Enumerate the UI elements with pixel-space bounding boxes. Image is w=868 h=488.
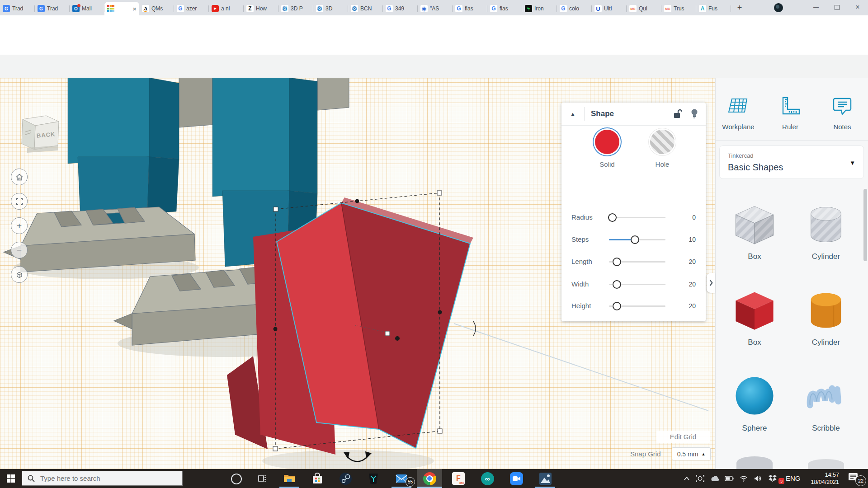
browser-tab[interactable]: Gcolo (557, 2, 592, 15)
partial-shape-thumb[interactable] (736, 456, 773, 469)
tab-close-icon[interactable]: × (132, 5, 137, 12)
zoom-out-button[interactable]: − (11, 242, 28, 258)
edge-handle[interactable] (438, 310, 442, 314)
predator-button[interactable] (366, 471, 381, 486)
onedrive-icon[interactable] (710, 474, 720, 483)
file-explorer-button[interactable] (282, 471, 297, 486)
browser-tab[interactable]: MGQul (627, 2, 661, 15)
material-solid-option[interactable]: Solid (588, 130, 627, 168)
home-view-button[interactable] (11, 169, 28, 185)
browser-tab[interactable]: UUlti (592, 2, 627, 15)
radius-slider[interactable] (609, 217, 665, 218)
browser-tab[interactable]: ϟIron (522, 2, 557, 15)
scale-handle[interactable] (437, 191, 442, 195)
fit-view-button[interactable] (11, 193, 28, 210)
slider-knob[interactable] (613, 258, 621, 266)
collapse-panel-button[interactable]: ▲ (561, 111, 584, 117)
center-dot-handle[interactable] (395, 336, 400, 341)
robot-foot-left[interactable] (4, 207, 195, 272)
microsoft-store-button[interactable] (310, 471, 325, 486)
shape-sphere[interactable]: Sphere (727, 372, 782, 433)
browser-tab[interactable]: GTrad (0, 2, 35, 15)
fusion360-button[interactable]: F360 (451, 471, 466, 486)
browser-tab[interactable]: GTrad (35, 2, 70, 15)
notes-tool[interactable]: Notes (817, 96, 867, 131)
shape-library-dropdown[interactable]: Tinkercad Basic Shapes ▼ (719, 145, 864, 179)
browser-tab[interactable]: AFus (696, 2, 731, 15)
snap-grid-dropdown[interactable]: 0.5 mm▲ (672, 447, 711, 460)
height-slider[interactable] (609, 305, 665, 307)
wifi-icon[interactable] (739, 474, 749, 483)
unlock-icon[interactable] (673, 109, 682, 119)
center-handle[interactable] (385, 331, 390, 336)
cortana-button[interactable] (231, 474, 242, 484)
scale-handle[interactable] (273, 446, 278, 451)
robot-leg-left[interactable] (68, 78, 179, 219)
workplane-tool[interactable]: Workplane (715, 96, 763, 131)
zoom-app-button[interactable] (509, 471, 524, 486)
scale-handle[interactable] (438, 429, 442, 433)
search-input[interactable] (39, 474, 168, 483)
new-tab-button[interactable]: + (734, 3, 745, 14)
rotate-handle-side[interactable] (473, 321, 476, 336)
hole-swatch[interactable] (650, 130, 675, 154)
zoom-in-button[interactable]: + (11, 217, 28, 234)
browser-tab[interactable]: Gflas (453, 2, 487, 15)
sidebar-collapse-button[interactable] (707, 273, 715, 293)
tray-chevron-icon[interactable] (682, 474, 692, 483)
slider-knob[interactable] (613, 280, 621, 289)
shape-box-hole[interactable]: Box (727, 201, 782, 261)
selected-red-box[interactable] (227, 197, 473, 455)
shape-box-solid[interactable]: Box (727, 286, 782, 347)
slider-knob[interactable] (613, 302, 621, 310)
partial-shape-thumb[interactable] (808, 459, 844, 469)
browser-tab[interactable]: OMail (70, 2, 104, 15)
browser-tab-active-tinkercad[interactable]: × (104, 2, 139, 15)
length-slider[interactable] (609, 261, 665, 263)
steam-button[interactable] (338, 471, 353, 486)
titlebar-pinned-icon[interactable] (774, 3, 783, 12)
browser-tab[interactable]: Gflas (487, 2, 522, 15)
browser-tab[interactable]: aQMs (139, 2, 174, 15)
edit-grid-button[interactable]: Edit Grid (656, 431, 710, 443)
taskbar-clock[interactable]: 14:5718/04/2021 (801, 471, 839, 486)
start-button[interactable] (0, 469, 22, 488)
taskbar-search[interactable] (22, 471, 183, 486)
window-minimize-button[interactable]: — (806, 0, 826, 14)
task-view-button[interactable] (255, 471, 269, 486)
volume-icon[interactable] (753, 474, 763, 483)
browser-tab[interactable]: ▶a ni (209, 2, 244, 15)
edge-handle[interactable] (355, 199, 359, 203)
visibility-bulb-icon[interactable] (690, 108, 698, 119)
meet-now-icon[interactable] (695, 474, 705, 483)
perspective-toggle-button[interactable] (11, 266, 28, 283)
language-indicator[interactable]: ENG (786, 474, 801, 482)
ruler-tool[interactable]: Ruler (765, 96, 815, 131)
window-close-button[interactable]: × (847, 0, 868, 14)
action-center-button[interactable]: 22 (848, 473, 866, 484)
steps-slider[interactable] (609, 239, 665, 240)
photos-button[interactable] (538, 471, 552, 486)
browser-tab[interactable]: ⚙3D P (278, 2, 313, 15)
arduino-button[interactable]: ∞ (480, 471, 495, 486)
browser-tab[interactable]: ⚙BCN (348, 2, 383, 15)
material-hole-option[interactable]: Hole (643, 130, 682, 168)
browser-tab[interactable]: MGTrus (661, 2, 696, 15)
browser-tab[interactable]: ZHow (244, 2, 278, 15)
sidebar-scrollbar[interactable] (863, 189, 867, 261)
slider-knob[interactable] (608, 213, 617, 222)
width-slider[interactable] (609, 284, 665, 285)
browser-tab[interactable]: G349 (383, 2, 418, 15)
shape-cylinder-hole[interactable]: Cylinder (799, 201, 853, 261)
shape-cylinder-solid[interactable]: Cylinder (799, 286, 853, 347)
browser-tab[interactable]: ⚙3D (313, 2, 348, 15)
dropbox-icon[interactable] (768, 474, 778, 483)
scale-handle[interactable] (274, 207, 278, 211)
window-maximize-button[interactable] (826, 0, 847, 14)
browser-tab[interactable]: Gazer (174, 2, 209, 15)
solid-color-swatch[interactable] (595, 130, 619, 154)
view-cube[interactable]: BACK (22, 116, 59, 153)
browser-tab[interactable]: ∗"AS (418, 2, 453, 15)
edge-handle[interactable] (274, 327, 278, 331)
battery-icon[interactable] (724, 474, 734, 483)
